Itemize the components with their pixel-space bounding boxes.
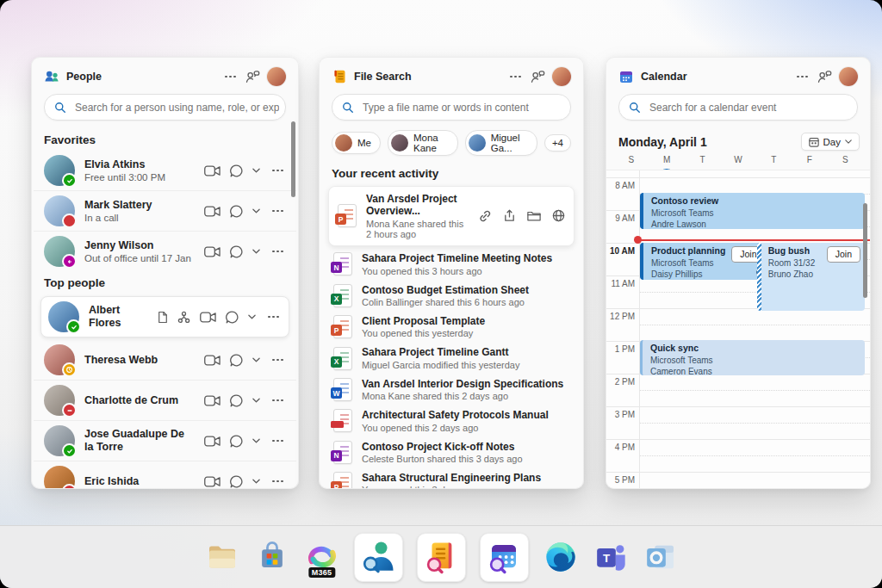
person-row[interactable]: Eric Ishida — [32, 461, 298, 489]
share-contact-icon[interactable] — [245, 70, 260, 84]
calendar-scrollbar[interactable] — [863, 203, 867, 298]
share-contact-icon[interactable] — [817, 70, 832, 84]
chevron-down-icon[interactable] — [252, 249, 260, 254]
video-call-icon[interactable] — [204, 165, 220, 176]
event-quick-sync[interactable]: Quick sync Microsoft Teams Cameron Evans — [640, 340, 865, 375]
person-row[interactable]: Theresa Webb — [32, 340, 298, 380]
filter-chip-more[interactable]: +4 — [544, 134, 571, 152]
file-row[interactable]: Architectural Safety Protocols ManualYou… — [320, 405, 583, 436]
row-more-icon[interactable] — [270, 437, 286, 445]
filter-chip-me[interactable]: Me — [332, 132, 381, 154]
powerpoint-file-icon — [333, 315, 352, 338]
chat-icon[interactable] — [230, 205, 243, 218]
people-search-input[interactable] — [73, 101, 281, 115]
document-icon[interactable] — [158, 311, 168, 324]
org-chart-icon[interactable] — [177, 311, 190, 324]
file-row[interactable]: Van Arsdel Interior Design Specification… — [320, 374, 583, 405]
copy-link-icon[interactable] — [478, 209, 492, 223]
open-folder-icon[interactable] — [527, 210, 541, 221]
chat-icon[interactable] — [230, 394, 243, 407]
account-avatar[interactable] — [552, 67, 571, 86]
more-options-icon[interactable] — [507, 73, 524, 81]
video-call-icon[interactable] — [204, 355, 220, 366]
join-button[interactable]: Join — [827, 246, 860, 263]
share-contact-icon[interactable] — [531, 70, 545, 84]
avatar — [44, 236, 75, 267]
calendar-search-app-icon[interactable] — [480, 533, 529, 582]
presence-busy-icon — [62, 484, 77, 489]
row-more-icon[interactable] — [270, 248, 286, 256]
chevron-down-icon[interactable] — [252, 438, 260, 443]
chat-icon[interactable] — [226, 311, 239, 324]
microsoft-store-icon[interactable] — [254, 539, 290, 575]
video-call-icon[interactable] — [204, 436, 220, 447]
file-row[interactable]: Client Proposal TemplateYou opened this … — [320, 312, 583, 343]
file-search-input[interactable] — [361, 101, 566, 115]
person-row[interactable]: Jenny WilsonOut of office until 17 Jan — [32, 232, 298, 271]
file-row[interactable]: Sahara Structural Engineering PlansYou o… — [320, 468, 583, 489]
file-row-selected[interactable]: Van Arsdel Project Overview...Mona Kane … — [328, 186, 575, 246]
person-row[interactable]: Mark SlatteryIn a call — [32, 191, 298, 231]
file-explorer-icon[interactable] — [204, 539, 240, 575]
account-avatar[interactable] — [267, 67, 286, 86]
person-row-selected[interactable]: Albert Flores — [40, 296, 289, 337]
video-call-icon[interactable] — [204, 246, 220, 257]
chat-icon[interactable] — [230, 435, 243, 448]
excel-file-icon — [333, 284, 352, 307]
person-row[interactable]: Elvia AtkinsFree until 3:00 PM — [32, 151, 298, 190]
time-label: 2 PM — [606, 377, 635, 387]
filter-chip-miguel[interactable]: Miguel Ga... — [465, 130, 537, 156]
outlook-icon[interactable] — [643, 539, 679, 575]
event-product-planning[interactable]: Product planning Microsoft Teams Daisy P… — [640, 243, 770, 280]
powerpoint-file-icon — [333, 472, 352, 489]
people-panel-title: People — [66, 71, 102, 83]
person-row[interactable]: Jose Guadalupe De la Torre — [32, 421, 298, 461]
more-options-icon[interactable] — [222, 73, 239, 81]
favorites-section-label: Favorites — [32, 128, 298, 151]
chevron-down-icon[interactable] — [252, 208, 260, 214]
people-search-app-icon[interactable] — [354, 533, 403, 582]
calendar-search-input[interactable] — [648, 101, 853, 115]
chevron-down-icon[interactable] — [252, 357, 260, 362]
people-scrollbar[interactable] — [291, 121, 295, 197]
chevron-down-icon[interactable] — [252, 168, 260, 173]
current-time-line — [639, 239, 870, 241]
row-more-icon[interactable] — [270, 167, 286, 175]
view-selector-button[interactable]: Day — [801, 133, 860, 151]
file-row[interactable]: Contoso Budget Estimation SheetColin Bal… — [320, 280, 583, 311]
chat-icon[interactable] — [230, 475, 243, 488]
person-row[interactable]: Charlotte de Crum — [32, 381, 298, 420]
event-bug-bush[interactable]: Bug bush Room 31/32 Bruno Zhao Join — [757, 243, 865, 311]
chat-icon[interactable] — [230, 354, 243, 367]
edge-icon[interactable] — [543, 539, 579, 575]
event-contoso-review[interactable]: Contoso review Microsoft Teams Andre Law… — [640, 193, 865, 229]
row-more-icon[interactable] — [265, 313, 282, 321]
chat-icon[interactable] — [230, 164, 243, 177]
chat-icon[interactable] — [230, 245, 243, 258]
teams-icon[interactable]: T — [593, 539, 629, 575]
more-options-icon[interactable] — [794, 73, 811, 81]
share-icon[interactable] — [503, 209, 516, 222]
chevron-down-icon[interactable] — [252, 479, 260, 484]
file-row[interactable]: Sahara Project Timeline GanttMiguel Garc… — [320, 343, 583, 374]
chevron-down-icon[interactable] — [252, 398, 260, 403]
file-row[interactable]: Sahara Project Timeline Meeting NotesYou… — [320, 249, 583, 280]
video-call-icon[interactable] — [204, 395, 220, 406]
video-call-icon[interactable] — [204, 476, 220, 487]
chevron-down-icon[interactable] — [248, 314, 256, 319]
time-label: 11 AM — [606, 279, 635, 288]
row-more-icon[interactable] — [270, 478, 286, 486]
file-search-panel-header: File Search — [320, 58, 583, 92]
m365-copilot-icon[interactable]: M365 — [304, 539, 340, 575]
video-call-icon[interactable] — [200, 312, 216, 323]
file-row[interactable]: Contoso Project Kick-off NotesCeleste Bu… — [320, 436, 583, 467]
video-call-icon[interactable] — [204, 206, 220, 217]
account-avatar[interactable] — [839, 67, 858, 86]
open-in-browser-icon[interactable] — [552, 209, 565, 222]
calendar-app-icon — [618, 69, 634, 84]
file-search-app-icon[interactable] — [417, 533, 466, 582]
filter-chip-mona[interactable]: Mona Kane — [388, 130, 458, 156]
row-more-icon[interactable] — [270, 397, 286, 405]
row-more-icon[interactable] — [270, 356, 286, 364]
row-more-icon[interactable] — [270, 207, 286, 215]
